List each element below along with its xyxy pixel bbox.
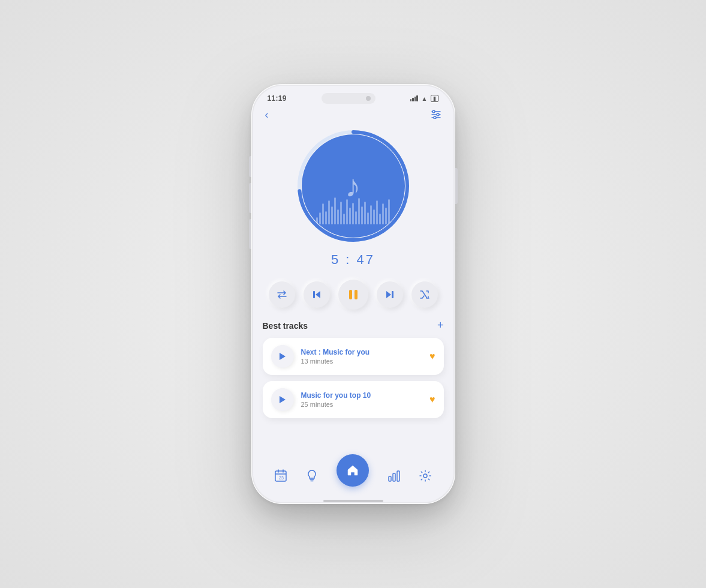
track-list: Best tracks + Next : Music for you 13 mi… bbox=[253, 319, 453, 461]
track-duration-2: 25 minutes bbox=[301, 401, 423, 408]
signal-icon bbox=[410, 95, 418, 101]
album-art: ♪ bbox=[302, 134, 405, 238]
track-heart-2[interactable]: ♥ bbox=[429, 394, 435, 405]
nav-settings[interactable] bbox=[419, 469, 432, 482]
nav-header: ‹ bbox=[253, 106, 453, 126]
mute-button bbox=[249, 156, 251, 177]
svg-marker-12 bbox=[386, 291, 391, 298]
wifi-icon: ▲ bbox=[422, 95, 428, 102]
track-name-1: Next : Music for you bbox=[301, 348, 423, 356]
previous-button[interactable] bbox=[304, 281, 330, 308]
back-button[interactable]: ‹ bbox=[265, 109, 269, 121]
svg-point-26 bbox=[423, 474, 427, 478]
status-bar: 11:19 ▲ ▮ bbox=[253, 86, 453, 106]
next-button[interactable] bbox=[377, 281, 403, 308]
track-play-button-1[interactable] bbox=[271, 345, 294, 368]
phone-screen: 11:19 ▲ ▮ ‹ bbox=[253, 86, 453, 502]
svg-point-1 bbox=[432, 110, 435, 113]
volume-up-button bbox=[249, 183, 251, 213]
svg-text:23: 23 bbox=[279, 476, 284, 480]
nav-calendar[interactable]: 23 bbox=[274, 469, 287, 482]
svg-marker-8 bbox=[316, 291, 320, 298]
album-section: ♪ 5 : 47 bbox=[253, 126, 453, 280]
pause-button[interactable] bbox=[338, 280, 368, 310]
equalizer-button[interactable] bbox=[431, 109, 441, 121]
svg-rect-23 bbox=[389, 476, 391, 481]
power-button bbox=[455, 168, 458, 204]
svg-rect-13 bbox=[392, 291, 393, 298]
status-time: 11:19 bbox=[268, 94, 287, 103]
app-screen: 11:19 ▲ ▮ ‹ bbox=[253, 86, 453, 502]
status-icons: ▲ ▮ bbox=[410, 95, 439, 102]
volume-down-button bbox=[249, 219, 251, 249]
track-info-1: Next : Music for you 13 minutes bbox=[301, 348, 423, 365]
track-card-1: Next : Music for you 13 minutes ♥ bbox=[263, 338, 444, 375]
track-heart-1[interactable]: ♥ bbox=[429, 351, 435, 362]
svg-rect-10 bbox=[349, 290, 352, 299]
svg-rect-25 bbox=[397, 471, 399, 481]
track-name-2: Music for you top 10 bbox=[301, 391, 423, 400]
track-list-title: Best tracks bbox=[263, 321, 308, 331]
track-play-button-2[interactable] bbox=[271, 388, 294, 411]
add-track-button[interactable]: + bbox=[437, 319, 444, 332]
nav-charts[interactable] bbox=[387, 469, 401, 482]
nav-ideas[interactable] bbox=[305, 469, 319, 482]
svg-marker-15 bbox=[280, 396, 286, 403]
svg-rect-9 bbox=[313, 291, 315, 298]
svg-rect-11 bbox=[354, 290, 357, 299]
svg-point-5 bbox=[434, 116, 436, 119]
battery-icon: ▮ bbox=[431, 95, 438, 102]
svg-point-3 bbox=[437, 113, 439, 116]
track-info-2: Music for you top 10 25 minutes bbox=[301, 391, 423, 408]
track-card-2: Music for you top 10 25 minutes ♥ bbox=[263, 381, 444, 418]
track-list-header: Best tracks + bbox=[263, 319, 444, 332]
track-duration-1: 13 minutes bbox=[301, 358, 423, 365]
time-display: 5 : 47 bbox=[331, 252, 375, 268]
nav-home[interactable] bbox=[337, 454, 369, 487]
shuffle-button[interactable] bbox=[411, 281, 438, 308]
svg-rect-24 bbox=[393, 473, 395, 481]
phone-mockup: 11:19 ▲ ▮ ‹ bbox=[251, 84, 455, 504]
phone-frame: 11:19 ▲ ▮ ‹ bbox=[251, 84, 455, 504]
home-indicator bbox=[323, 500, 383, 502]
music-note-icon: ♪ bbox=[346, 168, 361, 204]
repeat-button[interactable] bbox=[269, 281, 295, 308]
bottom-nav: 23 bbox=[253, 461, 453, 496]
progress-ring: ♪ bbox=[293, 126, 413, 246]
playback-controls bbox=[253, 280, 453, 319]
status-notch bbox=[322, 93, 375, 104]
svg-marker-14 bbox=[280, 353, 286, 360]
